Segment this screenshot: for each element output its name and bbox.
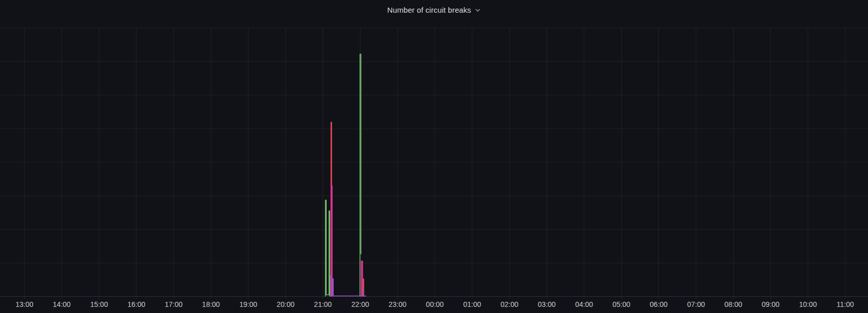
panel-title: Number of circuit breaks — [387, 6, 471, 14]
series-pink-line — [362, 261, 363, 296]
series-layer — [326, 54, 366, 297]
grid-layer — [0, 28, 868, 299]
series-pink-line — [331, 186, 332, 297]
panel-title-menu-button[interactable]: Number of circuit breaks — [384, 5, 484, 15]
series-green-line — [326, 200, 330, 297]
series-purple-line — [333, 279, 366, 297]
grafana-panel: Number of circuit breaks 13:0014:0015:00… — [0, 0, 868, 313]
panel-header: Number of circuit breaks — [0, 0, 868, 19]
chevron-down-icon — [475, 7, 481, 13]
time-series-chart[interactable] — [0, 0, 868, 313]
